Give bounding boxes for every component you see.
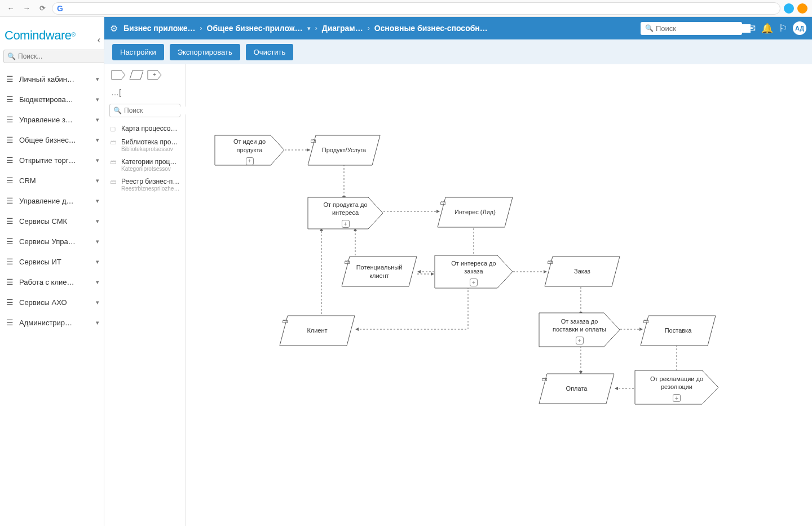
nav-item[interactable]: ☰Бюджетирова…▾ bbox=[0, 89, 104, 109]
nav-item[interactable]: ☰Личный кабин…▾ bbox=[0, 69, 104, 89]
chevron-right-icon: › bbox=[200, 24, 202, 32]
pentagon-plus-shape-icon[interactable]: + bbox=[147, 70, 162, 80]
nav-item[interactable]: ☰CRM▾ bbox=[0, 170, 104, 191]
diagram-node-interest-lead[interactable]: 🗃 Интерес (Лид) bbox=[437, 197, 513, 228]
diagram-node-client[interactable]: 🗃 Клиент bbox=[279, 315, 355, 346]
diagram-node-complaint[interactable]: От рекламации до резолюции + bbox=[634, 370, 719, 405]
database-icon: 🗃 bbox=[311, 137, 316, 144]
top-search-input[interactable] bbox=[656, 24, 751, 33]
tree-item[interactable]: ▢ Карта процессов в… bbox=[108, 122, 182, 135]
top-search[interactable]: 🔍 bbox=[641, 22, 742, 35]
avatar[interactable]: АД bbox=[793, 21, 806, 35]
node-label: Заказ bbox=[571, 265, 594, 277]
chevron-down-icon: ▾ bbox=[96, 177, 99, 184]
chevron-down-icon: ▾ bbox=[96, 258, 99, 266]
pentagon-shape-icon[interactable] bbox=[111, 70, 126, 80]
list-icon: ☰ bbox=[5, 318, 15, 327]
nav-label: Бюджетирова… bbox=[19, 95, 91, 104]
reload-button[interactable]: ⟳ bbox=[36, 2, 48, 15]
tree-toggle[interactable]: …[ bbox=[108, 88, 182, 97]
expand-icon[interactable]: + bbox=[246, 157, 254, 165]
diagram-node-product-interest[interactable]: От продукта до интереса + bbox=[307, 197, 383, 229]
nav-item[interactable]: ☰Управление д…▾ bbox=[0, 191, 104, 211]
url-bar[interactable]: G bbox=[52, 2, 780, 15]
nav-item[interactable]: ☰Работа с клие…▾ bbox=[0, 272, 104, 292]
diagram-node-order[interactable]: 🗃 Заказ bbox=[544, 256, 620, 287]
parallelogram-shape-icon[interactable] bbox=[129, 70, 144, 80]
settings-button[interactable]: Настройки bbox=[112, 44, 164, 60]
diagram-node-delivery[interactable]: 🗃 Поставка bbox=[640, 315, 716, 346]
nav-item[interactable]: ☰Сервисы АХО▾ bbox=[0, 292, 104, 312]
list-icon: ☰ bbox=[5, 176, 15, 185]
database-icon: 🗃 bbox=[542, 375, 548, 383]
mail-icon[interactable]: ✉ bbox=[748, 23, 756, 34]
flag-icon[interactable]: ⚐ bbox=[779, 23, 787, 34]
nav-item[interactable]: ☰Администрир…▾ bbox=[0, 312, 104, 333]
list-icon: ☰ bbox=[5, 115, 15, 124]
palette-search[interactable]: 🔍 bbox=[109, 104, 180, 117]
bell-icon[interactable]: 🔔 bbox=[761, 23, 773, 34]
extension-icon-2[interactable] bbox=[797, 3, 807, 14]
nav-label: Работа с клие… bbox=[19, 278, 91, 286]
chevron-down-icon[interactable]: ▾ bbox=[307, 25, 311, 32]
nav-item[interactable]: ☰Общее бизнес…▾ bbox=[0, 130, 104, 150]
sidebar-search[interactable]: 🔍 bbox=[3, 50, 107, 63]
database-icon: 🗃 bbox=[283, 317, 288, 325]
nav-label: Открытие торг… bbox=[19, 156, 91, 165]
chevron-down-icon: ▾ bbox=[96, 319, 99, 326]
nav-label: Сервисы АХО bbox=[19, 298, 91, 307]
diagram-node-product-service[interactable]: 🗃 Продукт/Услуга bbox=[307, 135, 381, 166]
diagram-node-interest-order[interactable]: От интереса до заказа + bbox=[434, 255, 513, 289]
diagram-node-idea[interactable]: От идеи до продукта + bbox=[214, 135, 285, 166]
database-icon: 🗃 bbox=[110, 158, 118, 165]
diagram-node-payment[interactable]: 🗃 Оплата bbox=[539, 373, 615, 404]
expand-icon[interactable]: + bbox=[342, 220, 350, 228]
diagram-node-order-delivery[interactable]: От заказа до поставки и оплаты + bbox=[539, 312, 620, 347]
svg-marker-0 bbox=[112, 70, 125, 79]
clear-button[interactable]: Очистить bbox=[246, 44, 294, 60]
app-root: Comindware® ‹ 🔍 ☰ ☰Личный кабин…▾ ☰Бюдже… bbox=[0, 17, 812, 526]
expand-icon[interactable]: + bbox=[470, 279, 478, 286]
tree-item[interactable]: 🗃 Реестр бизнес-при…Reestrbiznesprilozhe… bbox=[108, 175, 182, 195]
nav-item[interactable]: ☰Сервисы Упра…▾ bbox=[0, 231, 104, 251]
nav-item[interactable]: ☰Сервисы СМК▾ bbox=[0, 211, 104, 231]
logo-trademark: ® bbox=[72, 32, 76, 38]
nav-item[interactable]: ☰Сервисы ИТ▾ bbox=[0, 251, 104, 272]
nav-label: CRM bbox=[19, 176, 91, 185]
extension-icon-1[interactable] bbox=[784, 3, 794, 14]
topbar: ⚙ Бизнес приложе… › Общее бизнес-прилож…… bbox=[104, 17, 812, 39]
diagram-canvas[interactable]: От идеи до продукта + 🗃 Продукт/Услуга О… bbox=[186, 64, 812, 526]
crumb[interactable]: Диаграм… bbox=[322, 24, 363, 33]
sidebar-search-row: 🔍 ☰ bbox=[0, 47, 104, 65]
nav-label: Сервисы ИТ bbox=[19, 258, 91, 266]
search-icon: 🔍 bbox=[7, 52, 16, 60]
main: ⚙ Бизнес приложе… › Общее бизнес-прилож…… bbox=[104, 17, 812, 526]
tree-item[interactable]: 🗃 Категории процес…Kategoriiprotsessov bbox=[108, 155, 182, 175]
back-button[interactable]: ← bbox=[5, 2, 17, 15]
database-icon: 🗃 bbox=[110, 178, 118, 185]
crumb[interactable]: Основные бизнес-способн… bbox=[374, 24, 488, 33]
diagram-node-potential-client[interactable]: 🗃 Потенциальный клиент bbox=[341, 256, 417, 287]
export-button[interactable]: Экспортировать bbox=[170, 44, 240, 60]
nav-label: Сервисы СМК bbox=[19, 217, 91, 226]
crumb[interactable]: Бизнес приложе… bbox=[123, 24, 196, 33]
forward-button[interactable]: → bbox=[20, 2, 33, 15]
database-icon: 🗃 bbox=[440, 199, 446, 206]
expand-icon[interactable]: + bbox=[673, 394, 681, 402]
chevron-right-icon: › bbox=[315, 24, 317, 32]
nav-item[interactable]: ☰Управление з…▾ bbox=[0, 109, 104, 130]
logo-area: Comindware® ‹ bbox=[0, 17, 104, 47]
list-icon: ☰ bbox=[5, 277, 15, 286]
breadcrumb: Бизнес приложе… › Общее бизнес-прилож… ▾… bbox=[123, 24, 635, 33]
crumb[interactable]: Общее бизнес-прилож… bbox=[207, 24, 303, 33]
nav-item[interactable]: ☰Открытие торг…▾ bbox=[0, 150, 104, 170]
tree-item[interactable]: 🗃 Библиотека проце…Bibliotekaprotsessov bbox=[108, 135, 182, 155]
gear-icon[interactable]: ⚙ bbox=[110, 23, 118, 34]
tree-sub: Kategoriiprotsessov bbox=[121, 166, 180, 172]
chevron-down-icon: ▾ bbox=[96, 116, 99, 123]
expand-icon[interactable]: + bbox=[576, 337, 584, 344]
sidebar-search-input[interactable] bbox=[18, 52, 103, 60]
chevron-down-icon: ▾ bbox=[96, 279, 99, 286]
svg-marker-1 bbox=[130, 70, 143, 79]
sidebar-collapse-icon[interactable]: ‹ bbox=[98, 35, 100, 45]
